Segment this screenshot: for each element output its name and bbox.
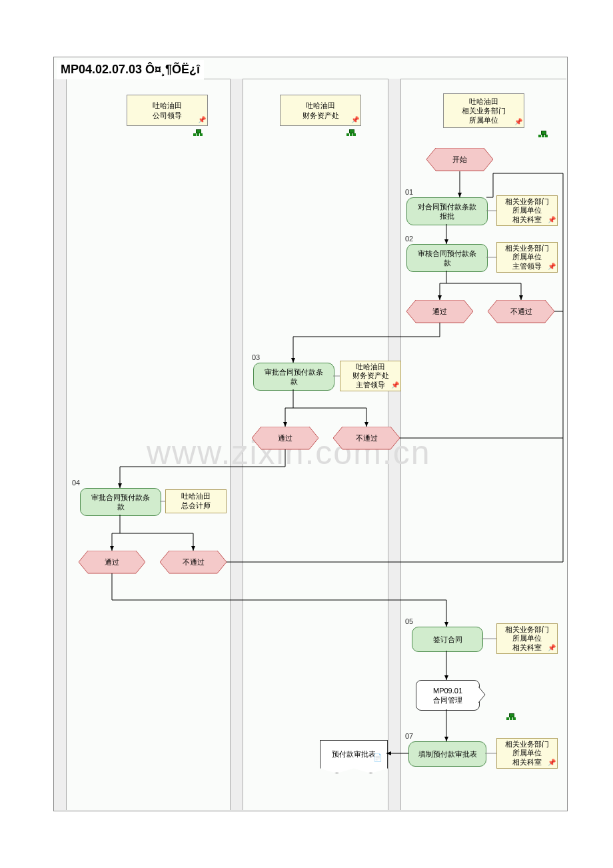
decision-03-pass-label: 通过 — [278, 433, 293, 443]
pin-icon: 📌 — [548, 643, 556, 652]
step-number-05: 05 — [405, 617, 413, 625]
process-04: 审批合同预付款条款 — [80, 488, 161, 516]
subprocess-notch — [478, 687, 489, 703]
org-icon — [193, 129, 203, 136]
decision-02-fail: 不通过 — [488, 300, 554, 323]
lane-header-1-label: 吐哈油田公司领导 — [153, 101, 182, 120]
decision-04-pass: 通过 — [79, 551, 145, 573]
lane-header-2-label: 吐哈油田财务资产处 — [303, 101, 339, 120]
diagram-title: MP04.02.07.03 Ô¤¸¶ÕË¿î — [57, 60, 204, 79]
process-03: 审批合同预付款条款 — [253, 363, 334, 391]
process-02-label: 审核合同预付款条款 — [418, 249, 476, 268]
process-05-label: 签订合同 — [433, 635, 462, 644]
lane-header-2: 吐哈油田财务资产处 📌 — [280, 95, 361, 126]
step-number-02: 02 — [405, 235, 413, 243]
decision-04-fail: 不通过 — [160, 551, 227, 573]
step-number-03: 03 — [252, 353, 260, 361]
pin-icon: 📌 — [514, 117, 522, 126]
note-02: 相关业务部门所属单位主管领导 📌 — [496, 242, 558, 273]
start-node: 开始 — [426, 148, 493, 171]
decision-02-pass: 通过 — [406, 300, 473, 323]
lane-header-1: 吐哈油田公司领导 📌 — [127, 95, 208, 126]
pin-icon: 📌 — [351, 115, 359, 124]
pin-icon: 📌 — [198, 115, 206, 124]
process-03-label: 审批合同预付款条款 — [265, 367, 323, 387]
step-number-04: 04 — [72, 479, 80, 487]
note-03: 吐哈油田财务资产处主管领导 📌 — [340, 361, 401, 391]
org-icon — [506, 713, 516, 720]
note-04-label: 吐哈油田总会计师 — [181, 492, 211, 510]
org-icon — [538, 131, 548, 137]
step-number-01: 01 — [405, 188, 413, 196]
process-02: 审核合同预付款条款 — [406, 244, 488, 272]
diagram-canvas: MP04.02.07.03 Ô¤¸¶ÕË¿î 吐哈油田公司领导 📌 吐哈油田财务… — [0, 0, 613, 868]
document-07-label: 预付款审批表 — [332, 749, 376, 759]
decision-03-fail: 不通过 — [333, 427, 400, 449]
lane-rail-1 — [54, 79, 67, 810]
document-icon: 📄 — [373, 753, 610, 864]
decision-04-fail-label: 不通过 — [183, 557, 205, 567]
note-04: 吐哈油田总会计师 — [165, 489, 227, 513]
note-02-label: 相关业务部门所属单位主管领导 — [505, 244, 549, 271]
process-05: 签订合同 — [412, 627, 483, 652]
org-icon — [346, 129, 356, 136]
decision-03-pass: 通过 — [252, 427, 318, 449]
note-01-label: 相关业务部门所属单位相关科室 — [505, 197, 549, 225]
decision-02-fail-label: 不通过 — [510, 307, 532, 316]
subprocess-06: MP09.01合同管理 — [416, 680, 480, 711]
start-label: 开始 — [452, 155, 467, 164]
process-04-label: 审批合同预付款条款 — [91, 493, 150, 512]
decision-03-fail-label: 不通过 — [356, 433, 378, 443]
lane-header-3-label: 吐哈油田相关业务部门所属单位 — [462, 97, 506, 125]
pin-icon: 📌 — [391, 381, 399, 389]
process-01: 对合同预付款条款报批 — [406, 197, 488, 225]
lane-header-3: 吐哈油田相关业务部门所属单位 📌 — [443, 93, 524, 128]
subprocess-06-label: MP09.01合同管理 — [433, 686, 462, 705]
note-01: 相关业务部门所属单位相关科室 📌 — [496, 195, 558, 226]
note-05: 相关业务部门所属单位相关科室 📌 — [496, 623, 558, 654]
decision-04-pass-label: 通过 — [105, 557, 119, 567]
note-03-label: 吐哈油田财务资产处主管领导 — [352, 363, 389, 390]
pin-icon: 📌 — [548, 262, 556, 271]
process-01-label: 对合同预付款条款报批 — [418, 202, 476, 221]
pin-icon: 📌 — [548, 215, 556, 224]
note-05-label: 相关业务部门所属单位相关科室 — [505, 625, 549, 653]
step-number-07: 07 — [405, 732, 413, 740]
decision-02-pass-label: 通过 — [432, 307, 447, 316]
